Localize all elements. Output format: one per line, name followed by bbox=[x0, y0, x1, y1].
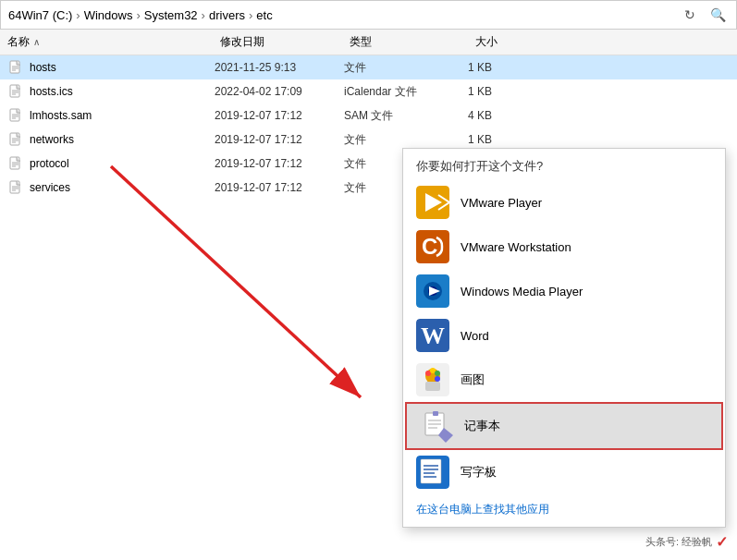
file-date: 2019-12-07 17:12 bbox=[215, 133, 344, 146]
file-date: 2021-11-25 9:13 bbox=[215, 61, 344, 74]
windows-media-player-icon bbox=[416, 274, 449, 308]
address-path: 64Win7 (C:) › Windows › System32 › drive… bbox=[8, 8, 675, 22]
find-more-apps-link[interactable]: 在这台电脑上查找其他应用 bbox=[403, 494, 725, 527]
col-header-size[interactable]: 大小 bbox=[442, 34, 497, 50]
address-controls: ↻ 🔍 bbox=[679, 4, 729, 26]
file-date: 2019-12-07 17:12 bbox=[215, 157, 344, 170]
paint-label: 画图 bbox=[461, 371, 485, 388]
path-sep-0: › bbox=[76, 8, 80, 22]
word-label: Word bbox=[461, 329, 489, 343]
file-icon bbox=[7, 59, 24, 76]
file-size: 1 KB bbox=[436, 85, 492, 98]
app-item-notepad[interactable]: 记事本 bbox=[405, 402, 723, 450]
file-name: lmhosts.sam bbox=[30, 109, 215, 122]
notepad-label: 记事本 bbox=[464, 418, 500, 434]
app-item-vmware-workstation[interactable]: C VMware Workstation bbox=[403, 225, 725, 269]
vmware-workstation-label: VMware Workstation bbox=[461, 240, 571, 254]
file-type: SAM 文件 bbox=[344, 108, 436, 124]
search-button[interactable]: 🔍 bbox=[706, 4, 729, 26]
file-name: protocol bbox=[30, 157, 215, 170]
file-date: 2019-12-07 17:12 bbox=[215, 109, 344, 122]
open-with-dialog: 你要如何打开这个文件? VMware Player C VMware Works… bbox=[402, 148, 726, 528]
path-segment-2: System32 bbox=[144, 8, 198, 22]
word-icon: W bbox=[416, 319, 449, 352]
paint-icon bbox=[416, 363, 449, 396]
svg-rect-51 bbox=[421, 459, 441, 483]
col-header-type[interactable]: 类型 bbox=[350, 34, 442, 50]
table-row[interactable]: lmhosts.sam2019-12-07 17:12SAM 文件4 KB bbox=[0, 103, 737, 128]
path-segment-3: drivers bbox=[209, 8, 245, 22]
file-name: hosts.ics bbox=[30, 85, 215, 98]
file-icon bbox=[7, 131, 24, 148]
svg-point-42 bbox=[435, 376, 440, 382]
file-type: 文件 bbox=[344, 60, 436, 76]
path-sep-1: › bbox=[136, 8, 140, 22]
file-name: networks bbox=[30, 133, 215, 146]
vmware-workstation-icon: C bbox=[416, 230, 449, 263]
table-row[interactable]: hosts2021-11-25 9:13文件1 KB bbox=[0, 55, 737, 79]
watermark: 头条号: 经验帆 ✓ bbox=[645, 533, 728, 551]
file-icon bbox=[7, 155, 24, 172]
file-size: 1 KB bbox=[436, 61, 492, 74]
address-bar[interactable]: 64Win7 (C:) › Windows › System32 › drive… bbox=[0, 0, 737, 30]
windows-media-player-label: Windows Media Player bbox=[461, 285, 583, 298]
table-row[interactable]: hosts.ics2022-04-02 17:09iCalendar 文件1 K… bbox=[0, 79, 737, 103]
file-name: services bbox=[30, 181, 215, 194]
svg-point-40 bbox=[430, 368, 436, 373]
open-with-title: 你要如何打开这个文件? bbox=[403, 149, 725, 180]
sort-arrow-icon: ∧ bbox=[33, 37, 40, 47]
svg-point-39 bbox=[425, 371, 431, 376]
file-date: 2022-04-02 17:09 bbox=[215, 85, 344, 98]
file-icon bbox=[7, 179, 24, 196]
watermark-check-icon: ✓ bbox=[716, 533, 728, 551]
app-item-word[interactable]: W Word bbox=[403, 313, 725, 358]
svg-rect-45 bbox=[433, 411, 438, 416]
svg-point-41 bbox=[435, 371, 440, 376]
vmware-player-icon bbox=[416, 186, 449, 219]
wordpad-icon bbox=[416, 456, 449, 489]
file-name: hosts bbox=[30, 61, 215, 74]
file-size: 1 KB bbox=[436, 133, 492, 146]
refresh-button[interactable]: ↻ bbox=[679, 4, 701, 26]
file-type: iCalendar 文件 bbox=[344, 84, 436, 100]
vmware-player-label: VMware Player bbox=[461, 196, 542, 210]
path-segment-0: 64Win7 (C:) bbox=[8, 8, 72, 22]
column-headers: 名称 ∧ 修改日期 类型 大小 bbox=[0, 30, 737, 55]
app-item-windows-media-player[interactable]: Windows Media Player bbox=[403, 269, 725, 313]
svg-text:C: C bbox=[422, 234, 437, 259]
svg-text:W: W bbox=[421, 323, 445, 349]
col-header-date[interactable]: 修改日期 bbox=[220, 34, 350, 50]
app-item-vmware-player[interactable]: VMware Player bbox=[403, 180, 725, 225]
app-item-paint[interactable]: 画图 bbox=[403, 358, 725, 402]
file-size: 4 KB bbox=[436, 109, 492, 122]
path-sep-3: › bbox=[249, 8, 252, 22]
col-header-name[interactable]: 名称 ∧ bbox=[7, 34, 220, 50]
app-item-wordpad[interactable]: 写字板 bbox=[403, 450, 725, 494]
path-segment-4: etc bbox=[256, 8, 272, 22]
file-icon bbox=[7, 107, 24, 124]
notepad-icon bbox=[420, 409, 453, 443]
watermark-site: 头条号: 经验帆 bbox=[645, 535, 712, 549]
svg-rect-38 bbox=[425, 382, 440, 391]
file-date: 2019-12-07 17:12 bbox=[215, 181, 344, 194]
wordpad-label: 写字板 bbox=[461, 464, 497, 481]
file-icon bbox=[7, 83, 24, 100]
path-sep-2: › bbox=[202, 8, 205, 22]
file-type: 文件 bbox=[344, 132, 436, 148]
path-segment-1: Windows bbox=[84, 8, 133, 22]
